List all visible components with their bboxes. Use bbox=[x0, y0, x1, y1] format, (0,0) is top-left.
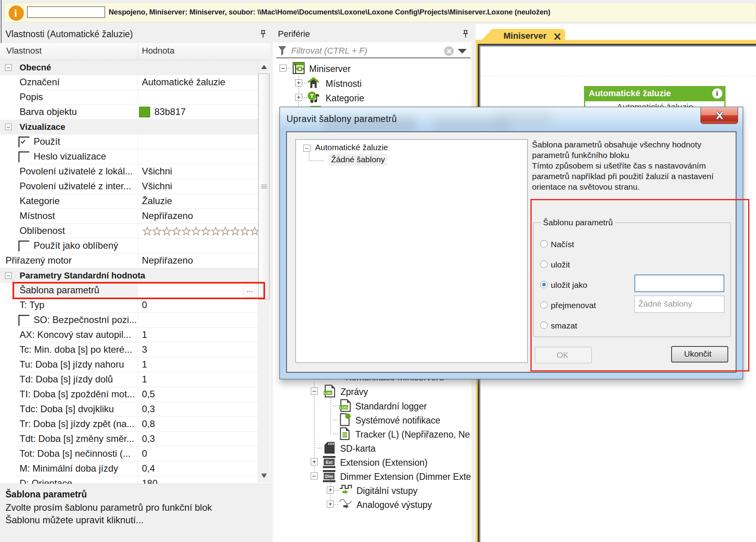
svg-text:LOG: LOG bbox=[340, 406, 348, 409]
svg-text:LOG: LOG bbox=[324, 391, 332, 395]
svg-text:Ext: Ext bbox=[326, 460, 332, 465]
svg-text:Dim: Dim bbox=[325, 474, 333, 479]
